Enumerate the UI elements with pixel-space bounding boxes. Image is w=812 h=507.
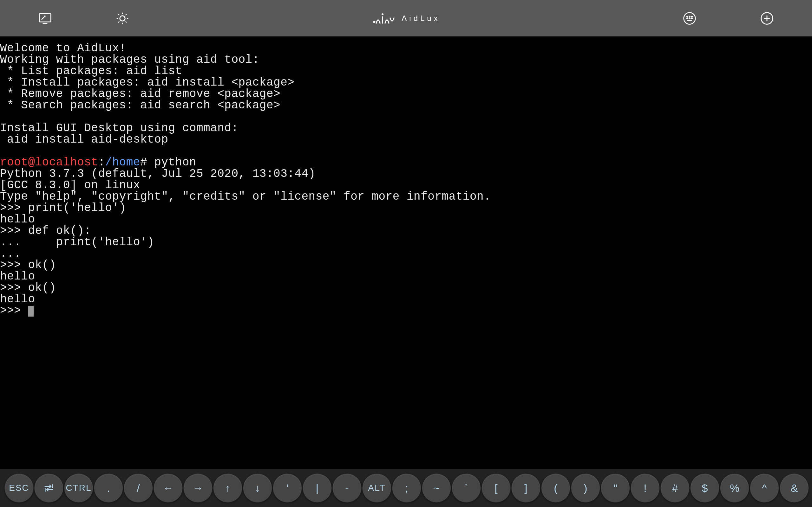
svg-point-18 — [687, 18, 688, 19]
term-line: >>> def ok(): — [0, 224, 91, 237]
term-line: Welcome to AidLux! — [0, 42, 126, 55]
svg-line-8 — [125, 21, 126, 22]
term-line: Type "help", "copyright", "credits" or "… — [0, 190, 491, 203]
term-line: Working with packages using aid tool: — [0, 53, 259, 66]
display-icon[interactable] — [38, 11, 52, 25]
key-backtick[interactable]: ` — [452, 473, 481, 503]
title-bar: AidLux — [0, 0, 812, 37]
key-dquote[interactable]: " — [601, 473, 630, 503]
term-line: aid install aid-desktop — [0, 133, 168, 146]
key-down[interactable]: ↓ — [243, 473, 272, 503]
term-line: * Remove packages: aid remove <package> — [0, 88, 281, 101]
term-line: ... — [0, 247, 21, 260]
term-line: ... print('hello') — [0, 236, 154, 249]
svg-point-15 — [687, 16, 688, 17]
term-cmd: python — [154, 156, 196, 169]
prompt-user: root@localhost — [0, 156, 98, 169]
svg-point-19 — [689, 18, 690, 19]
key-left[interactable]: ← — [154, 473, 183, 503]
key-rbracket[interactable]: ] — [511, 473, 541, 503]
cursor — [28, 306, 34, 317]
term-line: hello — [0, 293, 35, 306]
key-dash[interactable]: - — [333, 473, 362, 503]
term-line: [GCC 8.3.0] on linux — [0, 179, 140, 192]
key-tilde[interactable]: ~ — [422, 473, 451, 503]
key-up[interactable]: ↑ — [213, 473, 242, 503]
brand-logo: AidLux — [372, 11, 440, 25]
term-line: Python 3.7.3 (default, Jul 25 2020, 13:0… — [0, 167, 316, 180]
term-line: * Search packages: aid search <package> — [0, 99, 281, 112]
svg-line-10 — [125, 14, 126, 15]
key-lbracket[interactable]: [ — [481, 473, 511, 503]
svg-point-2 — [120, 15, 125, 21]
term-line: * List packages: aid list — [0, 65, 183, 78]
aidlux-logo-icon — [372, 11, 397, 25]
key-slash[interactable]: / — [124, 473, 153, 503]
prompt-colon: : — [98, 156, 105, 169]
svg-rect-0 — [39, 14, 51, 22]
key-dollar[interactable]: $ — [690, 473, 719, 503]
term-line: hello — [0, 213, 35, 226]
sun-icon[interactable] — [115, 11, 130, 25]
key-percent[interactable]: % — [720, 473, 749, 503]
prompt-hash: # — [140, 156, 154, 169]
svg-point-17 — [692, 16, 693, 17]
key-amp[interactable]: & — [780, 473, 809, 503]
svg-point-12 — [382, 13, 384, 15]
term-line: >>> — [0, 304, 28, 317]
term-line: hello — [0, 270, 35, 283]
key-bar: ESC CTRL . / ← → ↑ ↓ ' | - ALT ; ~ ` [ ]… — [0, 469, 812, 507]
term-line: * Install packages: aid install <package… — [0, 76, 294, 89]
key-pipe[interactable]: | — [303, 473, 332, 503]
key-lparen[interactable]: ( — [541, 473, 570, 503]
key-rparen[interactable]: ) — [571, 473, 600, 503]
term-line: >>> ok() — [0, 281, 56, 294]
key-caret[interactable]: ^ — [750, 473, 779, 503]
term-line: >>> ok() — [0, 259, 56, 272]
term-line: >>> print('hello') — [0, 202, 126, 215]
prompt-path: /home — [105, 156, 141, 169]
key-bang[interactable]: ! — [630, 473, 660, 503]
key-alt[interactable]: ALT — [362, 473, 392, 503]
key-dot[interactable]: . — [94, 473, 123, 503]
key-ctrl[interactable]: CTRL — [64, 473, 93, 503]
titlebar-left — [38, 11, 130, 25]
svg-point-20 — [692, 18, 693, 19]
svg-line-7 — [118, 14, 119, 15]
key-squote[interactable]: ' — [273, 473, 302, 503]
brand-text: AidLux — [402, 14, 440, 23]
term-line: Install GUI Desktop using command: — [0, 122, 239, 135]
svg-line-9 — [118, 21, 119, 22]
key-hash[interactable]: # — [660, 473, 690, 503]
key-tab[interactable] — [34, 473, 63, 503]
terminal-output[interactable]: Welcome to AidLux! Working with packages… — [0, 37, 812, 317]
svg-point-16 — [689, 16, 690, 17]
key-esc[interactable]: ESC — [4, 473, 34, 503]
titlebar-right — [682, 11, 774, 25]
key-semi[interactable]: ; — [392, 473, 421, 503]
svg-point-11 — [373, 21, 375, 23]
keyboard-globe-icon[interactable] — [682, 11, 697, 25]
key-right[interactable]: → — [183, 473, 212, 503]
plus-circle-icon[interactable] — [760, 11, 774, 25]
